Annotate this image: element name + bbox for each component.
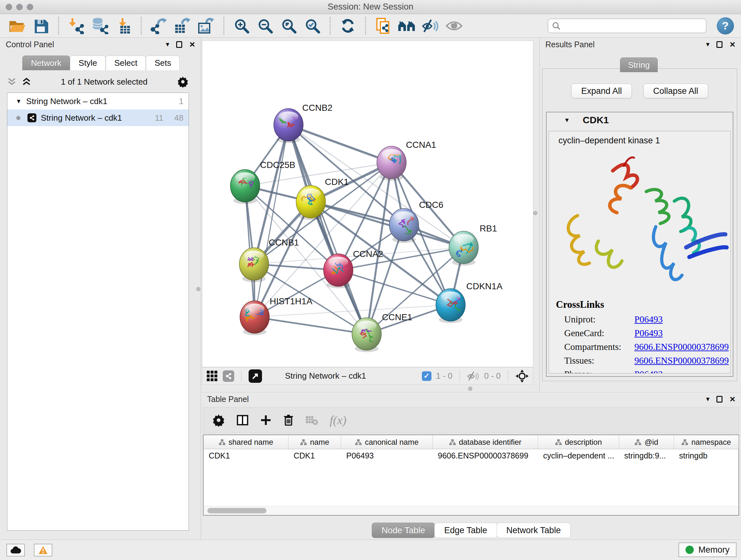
export-table-button[interactable] bbox=[172, 16, 193, 36]
column-header-@id[interactable]: @id bbox=[619, 435, 674, 449]
results-panel-menu-button[interactable]: ▾ bbox=[706, 41, 710, 48]
collection-collapse-icon[interactable]: ▾ bbox=[17, 98, 20, 105]
save-session-button[interactable] bbox=[30, 16, 51, 36]
hide-graphics-details-button[interactable] bbox=[420, 16, 441, 36]
protein-node-CDKN1A[interactable]: CDKN1A bbox=[436, 281, 502, 323]
table-cell[interactable]: P06493 bbox=[341, 449, 433, 462]
control-panel-close-button[interactable]: × bbox=[189, 40, 195, 49]
table-cell[interactable]: CDK1 bbox=[288, 449, 341, 462]
network-graph[interactable]: CCNB2CCNA1CDC25BCDK1CDC6RB1CCNB1CCNA2CDK… bbox=[202, 41, 533, 367]
column-header-shared-name[interactable]: shared name bbox=[204, 435, 288, 449]
table-cell[interactable]: stringdb:9... bbox=[619, 449, 674, 462]
zoom-in-button[interactable] bbox=[231, 16, 252, 36]
close-window-button[interactable] bbox=[6, 4, 12, 10]
fit-content-crosshair-icon[interactable] bbox=[515, 369, 529, 383]
table-options-gear-icon[interactable] bbox=[212, 414, 225, 427]
delete-column-trash-icon[interactable] bbox=[283, 414, 294, 427]
selected-nodes-checkbox[interactable]: ✓ bbox=[422, 371, 431, 381]
right-splitter-handle[interactable] bbox=[533, 211, 537, 215]
protein-node-RB1[interactable]: RB1 bbox=[449, 224, 497, 266]
zoom-selected-button[interactable] bbox=[302, 16, 323, 36]
tab-select[interactable]: Select bbox=[106, 56, 146, 70]
clone-network-button[interactable] bbox=[373, 16, 394, 36]
network-options-gear-icon[interactable] bbox=[177, 76, 189, 87]
tab-network[interactable]: Network bbox=[22, 56, 70, 70]
add-column-icon[interactable] bbox=[260, 415, 272, 426]
zoom-fit-button[interactable] bbox=[279, 16, 299, 36]
protein-node-CDC25B[interactable]: CDC25B bbox=[230, 160, 295, 204]
compartments-link[interactable]: 9606.ENSP00000378699 bbox=[634, 341, 729, 352]
tab-edge-table[interactable]: Edge Table bbox=[434, 523, 497, 538]
node-result-collapse-icon[interactable]: ▾ bbox=[565, 117, 569, 124]
import-network-button[interactable] bbox=[66, 16, 86, 36]
network-canvas[interactable]: CCNB2CCNA1CDC25BCDK1CDC6RB1CCNB1CCNA2CDK… bbox=[202, 41, 533, 367]
column-header-database-identifier[interactable]: database identifier bbox=[433, 435, 538, 449]
network-collection-row[interactable]: ▾ String Network – cdk1 1 bbox=[7, 93, 189, 110]
help-button[interactable]: ? bbox=[717, 17, 734, 35]
memory-button[interactable]: Memory bbox=[678, 543, 737, 557]
import-network-from-database-button[interactable] bbox=[90, 16, 110, 36]
column-header-name[interactable]: name bbox=[288, 435, 341, 449]
collapse-all-icon[interactable] bbox=[7, 77, 17, 86]
global-search[interactable] bbox=[548, 18, 706, 33]
table-row[interactable]: CDK1CDK1P064939606.ENSP00000378699cyclin… bbox=[204, 449, 738, 462]
network-row-selected[interactable]: String Network – cdk1 11 48 bbox=[7, 110, 189, 126]
node-result-section: ▾ CDK1 cyclin–dependent kinase 1 CrossLi… bbox=[546, 112, 733, 377]
table-cell[interactable]: 9606.ENSP00000378699 bbox=[433, 449, 538, 462]
control-panel-menu-button[interactable]: ▾ bbox=[165, 41, 169, 48]
birds-eye-home-button[interactable] bbox=[397, 16, 417, 36]
table-panel-close-button[interactable]: × bbox=[730, 394, 735, 404]
detach-view-button[interactable] bbox=[249, 369, 262, 383]
apply-layout-button[interactable] bbox=[338, 16, 358, 36]
tab-style[interactable]: Style bbox=[70, 56, 106, 70]
node-result-header[interactable]: ▾ CDK1 bbox=[547, 112, 733, 128]
column-header-canonical-name[interactable]: canonical name bbox=[341, 435, 433, 449]
protein-node-CCNA1[interactable]: CCNA1 bbox=[377, 140, 436, 181]
table-cell[interactable]: CDK1 bbox=[204, 449, 288, 462]
cloud-services-button[interactable] bbox=[6, 544, 25, 557]
left-splitter-handle[interactable] bbox=[196, 287, 200, 291]
scrollbar-thumb[interactable] bbox=[207, 508, 266, 513]
export-network-button[interactable] bbox=[149, 16, 169, 36]
column-header-namespace[interactable]: namespace bbox=[674, 435, 739, 449]
string-results-group: Expand All Collapse All ▾ CDK1 cyclin–de… bbox=[542, 68, 737, 381]
delete-table-icon[interactable] bbox=[306, 415, 318, 426]
hidden-items-icon[interactable] bbox=[467, 371, 480, 381]
zoom-window-button[interactable] bbox=[27, 4, 33, 10]
table-panel-float-button[interactable] bbox=[717, 396, 723, 402]
results-panel-close-button[interactable]: × bbox=[730, 40, 735, 49]
minimize-window-button[interactable] bbox=[16, 4, 23, 10]
column-type-icon bbox=[449, 439, 456, 445]
bottom-splitter-handle[interactable] bbox=[468, 387, 472, 391]
tab-sets[interactable]: Sets bbox=[146, 56, 180, 70]
genecard-link[interactable]: P06493 bbox=[634, 328, 663, 338]
open-session-button[interactable] bbox=[7, 16, 27, 36]
table-cell[interactable]: stringdb bbox=[674, 449, 739, 462]
table-panel-menu-button[interactable]: ▾ bbox=[706, 395, 710, 402]
control-panel-float-button[interactable] bbox=[176, 41, 182, 48]
tab-string[interactable]: String bbox=[620, 57, 658, 72]
show-columns-icon[interactable] bbox=[237, 414, 249, 427]
show-graphics-details-button[interactable] bbox=[444, 16, 464, 36]
zoom-out-button[interactable] bbox=[255, 16, 275, 36]
warnings-button[interactable] bbox=[34, 544, 52, 557]
tissues-link[interactable]: 9606.ENSP00000378699 bbox=[634, 355, 729, 366]
grid-view-icon[interactable] bbox=[206, 370, 218, 382]
collapse-all-button[interactable]: Collapse All bbox=[643, 84, 708, 98]
import-table-button[interactable] bbox=[113, 16, 134, 36]
pharos-link[interactable]: P06493 bbox=[634, 369, 663, 374]
results-panel-float-button[interactable] bbox=[717, 41, 723, 48]
protein-node-CCNB1[interactable]: CCNB1 bbox=[239, 238, 299, 282]
tab-network-table[interactable]: Network Table bbox=[496, 523, 571, 538]
expand-all-button[interactable]: Expand All bbox=[571, 84, 632, 98]
uniprot-link[interactable]: P06493 bbox=[634, 314, 663, 325]
column-header-description[interactable]: description bbox=[538, 435, 619, 449]
expand-all-icon[interactable] bbox=[22, 77, 31, 86]
table-cell[interactable]: cyclin–dependent ... bbox=[538, 449, 619, 462]
table-horizontal-scrollbar[interactable] bbox=[204, 506, 738, 515]
network-view-type-icon[interactable] bbox=[223, 370, 234, 382]
function-builder-button[interactable]: f(x) bbox=[330, 413, 347, 427]
export-image-button[interactable] bbox=[196, 16, 216, 36]
tab-node-table[interactable]: Node Table bbox=[372, 523, 435, 538]
search-input[interactable] bbox=[563, 21, 702, 30]
